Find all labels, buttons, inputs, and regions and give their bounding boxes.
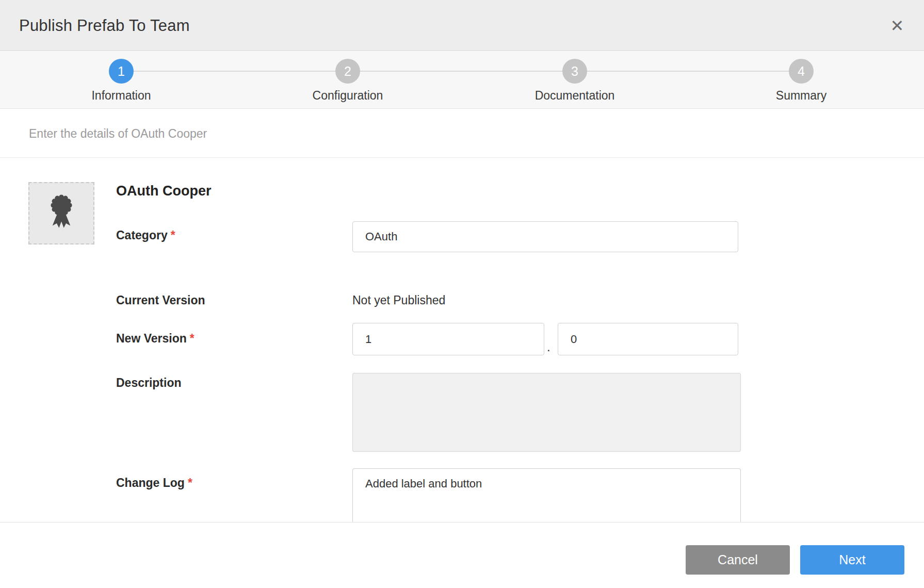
current-version-value: Not yet Published — [352, 293, 445, 307]
required-asterisk: * — [190, 332, 194, 345]
award-ribbon-icon — [45, 192, 77, 234]
description-textarea — [352, 373, 741, 452]
required-asterisk: * — [171, 228, 175, 242]
description-label: Description — [116, 376, 182, 390]
new-version-label-text: New Version — [116, 332, 187, 345]
category-label-text: Category — [116, 228, 168, 242]
prefab-thumbnail[interactable] — [28, 182, 94, 244]
dialog-header: Publish Prefab To Team ✕ — [0, 0, 924, 51]
step-2-circle[interactable]: 2 — [335, 59, 360, 84]
wizard-stepper: 1 Information 2 Configuration 3 Document… — [0, 52, 924, 109]
new-version-label: New Version* — [116, 332, 194, 346]
current-version-label: Current Version — [116, 293, 205, 307]
category-label: Category* — [116, 228, 175, 242]
version-minor-input[interactable] — [558, 323, 738, 355]
required-asterisk: * — [188, 476, 192, 489]
step-1-circle[interactable]: 1 — [109, 59, 134, 84]
version-separator: . — [547, 340, 550, 354]
step-description-text: Enter the details of OAuth Cooper — [29, 109, 207, 158]
change-log-label: Change Log* — [116, 476, 192, 490]
cancel-button[interactable]: Cancel — [686, 545, 790, 575]
version-major-input[interactable] — [352, 323, 544, 355]
next-button[interactable]: Next — [800, 545, 904, 575]
step-description-band: Enter the details of OAuth Cooper — [0, 109, 924, 158]
step-2-label: Configuration — [313, 89, 383, 103]
change-log-label-text: Change Log — [116, 476, 185, 489]
dialog-title: Publish Prefab To Team — [19, 0, 190, 51]
stepper-connector-line — [121, 71, 801, 72]
step-3-circle[interactable]: 3 — [562, 59, 587, 84]
category-input[interactable] — [352, 221, 738, 252]
prefab-name: OAuth Cooper — [116, 183, 211, 199]
step-4-circle[interactable]: 4 — [789, 59, 814, 84]
close-icon[interactable]: ✕ — [885, 13, 910, 38]
dialog-footer: Cancel Next — [0, 522, 924, 588]
step-4-label: Summary — [776, 89, 826, 103]
step-3-label: Documentation — [535, 89, 615, 103]
form-content: OAuth Cooper Category* Current Version N… — [0, 158, 924, 522]
change-log-textarea[interactable]: Added label and button — [352, 468, 741, 522]
publish-prefab-dialog: Publish Prefab To Team ✕ 1 Information 2… — [0, 0, 924, 588]
step-1-label: Information — [91, 89, 151, 103]
